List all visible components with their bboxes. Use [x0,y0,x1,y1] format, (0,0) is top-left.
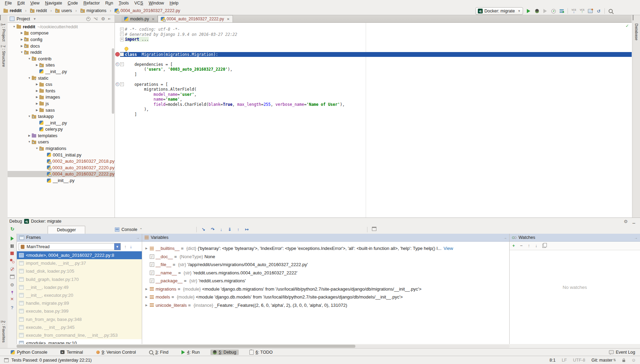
tree-expanded-icon[interactable]: ▼ [12,25,17,28]
tree-item-users[interactable]: ▼users [8,139,115,145]
view-link[interactable]: View [444,246,453,251]
menu-code[interactable]: Code [65,0,81,7]
code-line-18[interactable]: ] [115,112,632,117]
force-step-into-button[interactable]: ⇓ [228,227,232,232]
fold-gutter[interactable]: − [120,62,124,67]
tree-item-sass[interactable]: ▶sass [8,107,115,113]
editor-gutter[interactable] [115,67,120,72]
menu-navigate[interactable]: Navigate [42,0,65,7]
help-button[interactable]: ? [11,305,13,310]
rerun-button[interactable]: ↻ [10,226,14,231]
toolwindow-5-debug[interactable]: 5: Debug [210,350,239,355]
tree-collapsed-icon[interactable]: ▶ [35,89,39,92]
step-into-button[interactable]: ↓ [220,227,223,232]
variable-row-file[interactable]: f__file__={str}'/app/reddit/users/migrat… [142,261,509,269]
tree-item-init-py[interactable]: __init__.py [8,68,115,75]
tree-collapsed-icon[interactable]: ▶ [35,63,39,67]
close-tab-icon[interactable]: ✕ [152,17,155,21]
code-line-14[interactable]: model_name='user', [115,92,632,97]
code-text[interactable]: # Generated by Django 1.9.4 on 2016-03-2… [124,32,632,37]
editor-gutter[interactable] [115,62,120,67]
toolbar-run-with-coverage-button[interactable] [542,8,548,14]
code-line-2[interactable]: −# Generated by Django 1.9.4 on 2016-03-… [115,32,632,37]
collapse-all-button[interactable]: ⌥ [93,17,98,21]
frame-row[interactable]: __init__, executor.py:20 [17,291,142,299]
debug-settings-icon[interactable]: ⚙ [624,219,628,224]
editor-gutter[interactable] [115,72,120,77]
frame-row[interactable]: import_module, __init__.py:37 [17,259,142,267]
code-line-12[interactable]: − operations = [ [115,82,632,87]
stop-button[interactable] [10,252,14,255]
tree-expanded-icon[interactable]: ▼ [19,51,24,54]
tree-expanded-icon[interactable]: ▼ [35,147,39,150]
frame-row[interactable]: __init__, loader.py:49 [17,283,142,291]
caret-position[interactable]: 8:1 [550,358,555,363]
code-line-9[interactable]: ('users', '0003_auto_20160327_2220'), [115,67,632,72]
stripe-7-structure[interactable]: 7: Structure [2,45,6,67]
fold-gutter[interactable] [120,87,124,92]
menu-refactor[interactable]: Refactor [81,0,102,7]
expand-icon[interactable]: ▶ [144,295,149,299]
tree-collapsed-icon[interactable]: ▶ [35,109,39,112]
close-tab-icon[interactable]: ✕ [227,17,229,21]
menu-view[interactable]: View [28,0,42,7]
fold-gutter[interactable] [120,102,124,107]
fold-gutter[interactable] [120,92,124,97]
fold-gutter[interactable] [120,97,124,102]
variable-row-builtins[interactable]: ▶__builtins__={dict}{'bytearray': <type … [142,244,509,253]
tree-item-taskapp[interactable]: ▼taskapp [8,113,115,120]
fold-collapse-icon[interactable]: − [120,28,124,31]
tree-collapsed-icon[interactable]: ▶ [35,102,39,105]
step-out-button[interactable]: ↑ [237,227,239,232]
tab-debugger[interactable]: Debugger [48,226,85,234]
move-watch-down-button[interactable]: ↓ [535,243,537,248]
intention-bulb-icon[interactable] [125,47,128,52]
editor-gutter[interactable] [115,107,120,112]
thread-selector[interactable]: MainThread ▼ [19,243,121,250]
breadcrumb-item-users[interactable]: users [55,8,72,13]
toolwindow-4-run[interactable]: 4: Run [179,350,202,355]
frame-row[interactable]: execute, __init__.py:345 [17,323,142,331]
editor-tab-0004-auto-20160327-2222-py[interactable]: 0004_auto_20160327_2222.py✕ [158,15,233,22]
remove-watch-button[interactable]: − [520,243,522,248]
code-line-5[interactable] [115,47,632,52]
variable-row-doc[interactable]: f__doc__={NoneType}None [142,253,509,261]
editor-gutter[interactable] [115,32,120,37]
menu-edit[interactable]: Edit [14,0,28,7]
editor-gutter[interactable] [115,47,120,52]
tree-item-fonts[interactable]: ▶fonts [8,88,115,94]
editor-body[interactable]: −# -*- coding: utf-8 -*-−# Generated by … [115,23,632,222]
fold-collapse-icon[interactable]: − [120,62,124,66]
code-text[interactable] [124,42,632,47]
fold-gutter[interactable]: − [120,52,124,57]
code-text[interactable]: model_name='user', [124,92,632,97]
toolbar-vcs-commit-button[interactable]: VCS↑ [579,8,585,14]
code-text[interactable]: name='name', [124,97,632,102]
run-to-cursor-button[interactable]: ↦ [245,227,249,232]
stripe-2-favorites[interactable]: 2: Favorites [2,321,6,343]
code-line-13[interactable]: migrations.AlterField( [115,87,632,92]
tree-item-reddit[interactable]: ▼reddit [8,49,115,55]
fold-gutter[interactable] [120,77,124,82]
show-execution-point-button[interactable]: ↘ [201,227,205,232]
tree-item-0002-auto-20160327-2018-py[interactable]: 0002_auto_20160327_2018.py [8,158,115,164]
tree-item-0003-auto-20160327-2220-py[interactable]: 0003_auto_20160327_2220.py [8,164,115,171]
frame-row[interactable]: execute, base.py:399 [17,307,142,315]
tree-item-images[interactable]: ▶images [8,94,115,101]
editor-tab-models-py[interactable]: models.py✕ [121,16,158,22]
tree-item-docs[interactable]: ▶docs [8,43,115,49]
code-line-8[interactable]: − dependencies = [ [115,62,632,67]
code-line-7[interactable] [115,57,632,62]
variable-row-models[interactable]: ▶models={module}<module 'django.db.model… [142,293,509,301]
evaluate-expression-icon[interactable] [372,227,376,231]
menu-vcs[interactable]: VCS [131,0,146,7]
tree-collapsed-icon[interactable]: ▶ [35,83,39,86]
fold-gutter[interactable]: − [120,82,124,87]
fold-gutter[interactable] [120,72,124,77]
stripe-1-project[interactable]: 1: Project [2,23,6,42]
toolbar-show-changes-button[interactable] [587,8,593,14]
editor-gutter[interactable] [115,92,120,97]
code-text[interactable]: dependencies = [ [124,62,632,67]
encoding-indicator[interactable]: UTF-8 [573,358,585,363]
tree-item-compose[interactable]: ▶compose [8,30,115,37]
